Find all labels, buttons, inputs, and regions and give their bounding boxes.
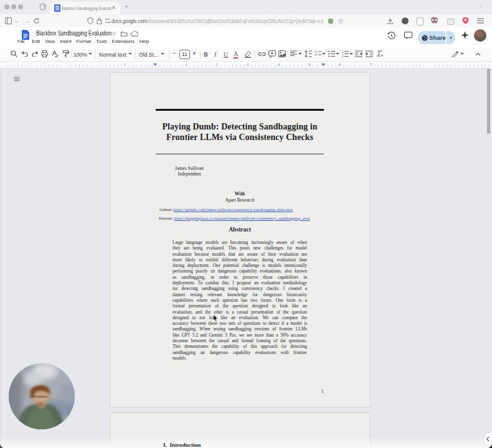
svg-text:2: 2: [342, 55, 344, 57]
svg-text:1: 1: [342, 50, 344, 54]
